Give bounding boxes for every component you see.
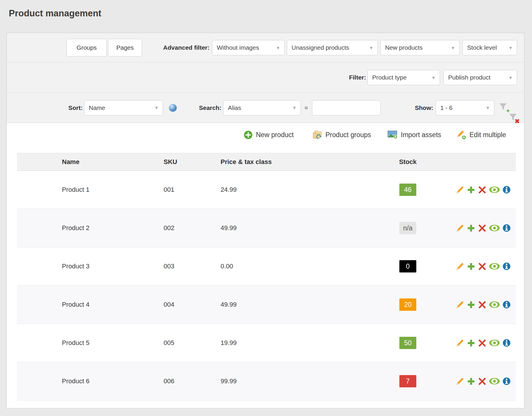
product-sku: 002 <box>164 224 221 232</box>
add-filter-funnel-icon[interactable]: + <box>499 103 509 113</box>
groups-button[interactable]: Groups <box>67 39 107 56</box>
chevron-down-icon: ▼ <box>369 45 373 50</box>
filter-select-product-type[interactable]: Product type ▼ <box>368 70 440 85</box>
pencil-plus-icon <box>457 130 466 140</box>
search-input[interactable] <box>312 100 381 115</box>
filter-select-publish-product[interactable]: Publish product ▼ <box>443 70 517 85</box>
filter-select-unassigned-products[interactable]: Unassigned products ▼ <box>287 40 378 55</box>
publish-eye-icon[interactable] <box>489 263 500 270</box>
table-row: Product 6 006 99.99 7 <box>17 362 516 401</box>
header-price: Price & tax class <box>221 158 384 166</box>
delete-x-icon[interactable] <box>478 339 486 347</box>
product-name[interactable]: Product 4 <box>62 301 164 308</box>
chevron-down-icon: ▼ <box>451 45 455 50</box>
edit-pencil-icon[interactable] <box>456 262 464 270</box>
edit-multiple-button[interactable]: Edit multiple <box>457 130 506 140</box>
product-groups-button[interactable]: Product groups <box>312 130 371 140</box>
chevron-down-icon: ▼ <box>508 45 513 50</box>
sort-select[interactable]: Name ▼ <box>84 100 163 115</box>
edit-pencil-icon[interactable] <box>456 224 464 232</box>
add-plus-icon[interactable] <box>467 377 475 386</box>
edit-multiple-label: Edit multiple <box>469 131 506 139</box>
filter-select-stock-level[interactable]: Stock level ▼ <box>462 40 517 55</box>
globe-icon[interactable] <box>169 104 177 112</box>
product-groups-label: Product groups <box>325 131 371 139</box>
product-name[interactable]: Product 5 <box>62 339 164 347</box>
info-icon[interactable] <box>502 224 511 232</box>
table-row: Product 1 001 24.99 46 <box>17 171 516 209</box>
add-plus-icon[interactable] <box>467 262 475 271</box>
header-stock: Stock <box>384 158 432 166</box>
search-field-select[interactable]: Alias ▼ <box>223 100 301 115</box>
product-name[interactable]: Product 2 <box>62 224 164 232</box>
chevron-down-icon: ▼ <box>508 75 513 80</box>
table-row: Product 3 003 0.00 0 <box>17 247 516 286</box>
delete-x-icon[interactable] <box>478 262 486 271</box>
header-sku: SKU <box>164 158 221 166</box>
edit-pencil-icon[interactable] <box>456 339 464 347</box>
filter-select-without-images[interactable]: Without images ▼ <box>212 40 285 55</box>
x-mark-icon: ✖ <box>514 118 520 124</box>
info-icon[interactable] <box>502 301 511 309</box>
info-icon[interactable] <box>502 339 511 347</box>
actions-bar: New product Product groups <box>7 130 524 140</box>
product-price: 19.99 <box>221 339 384 347</box>
delete-x-icon[interactable] <box>478 377 486 386</box>
chevron-down-icon: ▼ <box>154 105 159 110</box>
publish-eye-icon[interactable] <box>489 225 500 232</box>
table-row: Product 2 002 49.99 n/a <box>17 209 516 247</box>
search-field-value: Alias <box>228 104 241 111</box>
products-table: Name SKU Price & tax class Stock Product… <box>17 153 516 401</box>
delete-x-icon[interactable] <box>478 224 486 232</box>
import-assets-label: Import assets <box>401 131 441 139</box>
edit-pencil-icon[interactable] <box>456 186 464 194</box>
add-plus-icon[interactable] <box>467 301 475 309</box>
show-range-value: 1 - 6 <box>440 104 453 111</box>
stock-badge: 20 <box>399 298 416 311</box>
product-name[interactable]: Product 1 <box>62 186 164 194</box>
chevron-down-icon: ▼ <box>431 75 436 80</box>
delete-x-icon[interactable] <box>478 301 486 309</box>
filter-select-new-products[interactable]: New products ▼ <box>380 40 460 55</box>
main-panel: Groups Pages Advanced filter: Without im… <box>6 33 524 408</box>
product-sku: 004 <box>164 301 221 308</box>
publish-eye-icon[interactable] <box>489 339 500 346</box>
show-range-select[interactable]: 1 - 6 ▼ <box>436 100 494 115</box>
add-plus-icon[interactable] <box>467 186 475 194</box>
delete-x-icon[interactable] <box>478 186 486 194</box>
filter-select-value: New products <box>385 44 422 51</box>
chevron-down-icon: ▼ <box>292 105 297 110</box>
product-sku: 006 <box>164 377 221 385</box>
table-row: Product 4 004 49.99 20 <box>17 286 516 324</box>
advanced-filter-bar: Groups Pages Advanced filter: Without im… <box>7 33 524 63</box>
pages-button[interactable]: Pages <box>108 39 142 56</box>
product-name[interactable]: Product 6 <box>62 377 164 385</box>
info-icon[interactable] <box>502 377 511 385</box>
edit-pencil-icon[interactable] <box>456 301 464 309</box>
show-label: Show: <box>404 104 433 111</box>
info-icon[interactable] <box>502 186 511 194</box>
plus-mark-icon: + <box>506 108 510 114</box>
publish-eye-icon[interactable] <box>489 378 500 385</box>
filter-label: Filter: <box>328 74 366 81</box>
info-icon[interactable] <box>502 262 511 270</box>
stock-badge: 46 <box>399 184 416 196</box>
edit-pencil-icon[interactable] <box>456 377 464 385</box>
filter-select-value: Stock level <box>467 44 497 51</box>
advanced-filter-label: Advanced filter: <box>147 44 209 51</box>
product-sku: 003 <box>164 263 221 270</box>
add-plus-icon[interactable] <box>467 224 475 232</box>
filter-select-value: Unassigned products <box>292 44 349 51</box>
import-assets-button[interactable]: Import assets <box>388 130 441 140</box>
new-product-button[interactable]: New product <box>244 130 294 140</box>
clear-filter-funnel-icon[interactable]: ✖ <box>509 113 519 124</box>
page-title: Product management <box>9 8 101 19</box>
product-name[interactable]: Product 3 <box>62 263 164 270</box>
sort-select-value: Name <box>89 104 105 111</box>
publish-eye-icon[interactable] <box>489 301 500 308</box>
add-plus-icon[interactable] <box>467 339 475 347</box>
publish-eye-icon[interactable] <box>489 186 500 193</box>
stock-badge: n/a <box>399 222 416 234</box>
sort-label: Sort: <box>53 104 83 111</box>
table-header-row: Name SKU Price & tax class Stock <box>17 153 516 171</box>
